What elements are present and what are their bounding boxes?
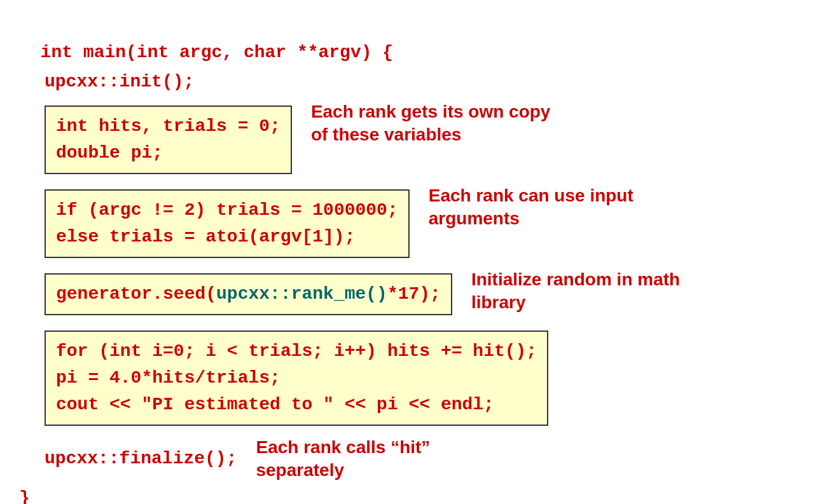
block2-line1: if (argc != 2) trials = 1000000; xyxy=(56,197,398,224)
block2-line2: else trials = atoi(argv[1]); xyxy=(56,224,398,250)
argv-text: **argv) { xyxy=(297,43,393,62)
block3-line1: generator.seed(upcxx::rank_me()*17); xyxy=(56,281,441,308)
block1-row: int hits, trials = 0; double pi; Each ra… xyxy=(19,100,811,179)
block1-annotation: Each rank gets its own copy of these var… xyxy=(311,100,553,147)
finalize-line: upcxx::finalize(); xyxy=(45,446,237,472)
closing-brace: } xyxy=(19,485,811,504)
init-line: upcxx::init(); xyxy=(45,72,194,92)
block4-line3: cout << "PI estimated to " << pi << endl… xyxy=(56,392,537,418)
argc-text: argc, xyxy=(179,43,244,62)
block3-row: generator.seed(upcxx::rank_me()*17); Ini… xyxy=(19,268,811,320)
block2-annotation: Each rank can use input arguments xyxy=(429,184,670,231)
finalize-row: upcxx::finalize(); Each rank calls “hit”… xyxy=(19,436,811,482)
block4-line2: pi = 4.0*hits/trials; xyxy=(56,365,537,392)
block1-highlight: int hits, trials = 0; double pi; xyxy=(45,106,292,174)
block1-line2: double pi; xyxy=(56,140,280,167)
block3-annotation: Initialize random in math library xyxy=(471,268,713,315)
int-keyword: int xyxy=(41,43,83,62)
block4-row: for (int i=0; i < trials; i++) hits += h… xyxy=(19,325,811,431)
main-func: main( xyxy=(83,43,137,62)
block4-line1: for (int i=0; i < trials; i++) hits += h… xyxy=(56,338,537,365)
block3-highlight: generator.seed(upcxx::rank_me()*17); xyxy=(45,273,452,315)
block2-row: if (argc != 2) trials = 1000000; else tr… xyxy=(19,184,811,263)
block2-highlight: if (argc != 2) trials = 1000000; else tr… xyxy=(45,189,410,258)
block4-highlight: for (int i=0; i < trials; i++) hits += h… xyxy=(45,330,548,426)
int-keyword2: int xyxy=(137,43,179,62)
main-function-header: int main(int argc, char **argv) { xyxy=(19,13,811,66)
finalize-annotation: Each rank calls “hit” separately xyxy=(256,436,497,482)
char-keyword: char xyxy=(244,43,297,62)
block1-line1: int hits, trials = 0; xyxy=(56,113,280,140)
